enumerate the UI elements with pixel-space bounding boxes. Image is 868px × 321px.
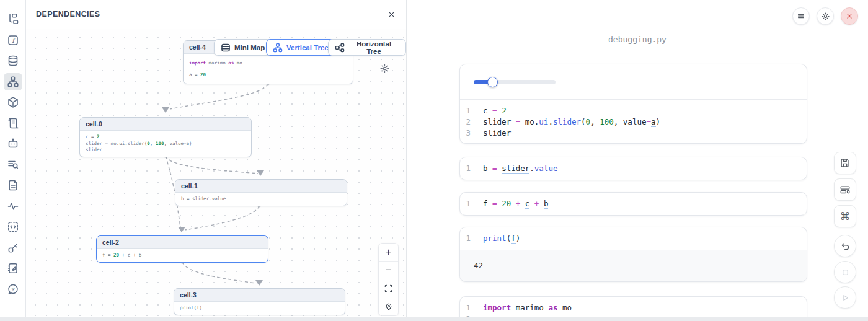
graph-node-cell-1[interactable]: cell-1b = slider.value xyxy=(175,179,347,206)
graph-node-code: print(f) xyxy=(174,302,345,315)
dependency-graph-canvas[interactable]: cell-4import marimo as moa = 20cell-0c =… xyxy=(26,29,406,316)
code-block-icon xyxy=(7,221,19,233)
x-icon xyxy=(387,10,396,19)
sidebar-item-help[interactable]: ? xyxy=(4,281,22,298)
code-editor[interactable]: 1f = 20 + c + b xyxy=(460,193,807,215)
sidebar-item-datasets[interactable] xyxy=(4,52,22,69)
mini-map-button[interactable]: Mini Map xyxy=(214,39,272,56)
graph-node-title: cell-0 xyxy=(80,118,251,131)
sidebar-item-chat[interactable] xyxy=(4,135,22,152)
helper-panel-sidebar: f ? xyxy=(0,0,26,321)
graph-node-title: cell-1 xyxy=(175,180,347,193)
sidebar-item-variables[interactable]: f xyxy=(4,32,22,49)
activity-icon xyxy=(7,200,19,213)
scroll-icon xyxy=(7,117,19,130)
menu-button[interactable] xyxy=(792,7,810,25)
sidebar-item-explorer[interactable] xyxy=(4,11,22,28)
notebook-editor: debugging.py 1c = 22slider = mo.ui.slide… xyxy=(407,0,868,321)
graph-node-code: b = slider.value xyxy=(175,193,347,206)
center-view-button[interactable] xyxy=(379,297,398,315)
rows-icon xyxy=(221,43,231,53)
horizontal-tree-button[interactable]: Horizontal Tree xyxy=(328,39,406,56)
zoom-out-button[interactable]: − xyxy=(379,262,398,279)
command-icon: ⌘ xyxy=(840,210,851,222)
package-cube-icon xyxy=(7,96,19,108)
graph-node-code: f = 20 + c + b xyxy=(97,249,268,262)
code-editor[interactable]: 1b = slider.value xyxy=(460,157,807,180)
undo-button[interactable] xyxy=(834,235,856,257)
sidebar-item-packages[interactable] xyxy=(4,94,22,111)
stop-button[interactable] xyxy=(834,261,856,283)
code-cell: 1f = 20 + c + b xyxy=(459,192,807,216)
code-editor[interactable]: 1c = 22slider = mo.ui.slider(0, 100, val… xyxy=(460,100,807,144)
sidebar-item-tracing[interactable] xyxy=(4,198,22,215)
cell-output-slider xyxy=(460,64,807,100)
sidebar-item-snippets[interactable] xyxy=(4,218,22,235)
close-icon xyxy=(845,12,854,20)
slider-thumb[interactable] xyxy=(487,77,498,87)
menu-icon xyxy=(796,11,806,21)
map-pin-icon xyxy=(384,302,393,311)
key-icon xyxy=(7,242,19,254)
graph-zoom-controls: + − xyxy=(378,243,399,316)
sidebar-item-files[interactable] xyxy=(4,177,22,194)
slider-track[interactable] xyxy=(474,80,556,84)
document-icon xyxy=(7,179,19,191)
graph-node-cell-0[interactable]: cell-0c = 2slider = mo.ui.slider(0, 100,… xyxy=(79,117,252,157)
help-bubble-icon: ? xyxy=(7,283,19,296)
code-editor[interactable]: 1print(f) xyxy=(460,227,807,250)
graph-node-cell-3[interactable]: cell-3print(f) xyxy=(174,288,345,315)
layout-icon xyxy=(839,184,851,195)
fit-view-button[interactable] xyxy=(379,279,398,297)
horizontal-tree-icon xyxy=(335,43,345,53)
notepad-icon xyxy=(7,262,19,275)
cell-output: 42 xyxy=(460,250,807,281)
graph-node-code: c = 2slider = mo.ui.slider(0, 100, value… xyxy=(80,131,251,157)
svg-text:f: f xyxy=(12,37,16,43)
save-icon xyxy=(839,157,851,169)
graph-node-title: cell-3 xyxy=(174,289,345,302)
sidebar-item-logs[interactable] xyxy=(4,156,22,174)
horizontal-scrollbar[interactable] xyxy=(0,317,868,321)
code-cell: 1b = slider.value xyxy=(459,157,807,180)
code-cell: 1c = 22slider = mo.ui.slider(0, 100, val… xyxy=(459,64,807,144)
panel-title: DEPENDENCIES xyxy=(36,10,100,19)
vertical-tree-button[interactable]: Vertical Tree xyxy=(266,39,335,56)
gear-icon xyxy=(379,63,396,74)
notebook-filename: debugging.py xyxy=(407,35,868,44)
marimo-app: f ? DEPENDENCIES xyxy=(0,0,868,321)
graph-settings-button[interactable] xyxy=(379,60,396,76)
dependencies-panel-header: DEPENDENCIES xyxy=(26,0,406,29)
stop-icon xyxy=(840,267,851,278)
panel-close-button[interactable] xyxy=(387,10,396,19)
file-tree-icon xyxy=(7,13,19,25)
bot-chat-icon xyxy=(7,138,19,150)
shutdown-button[interactable] xyxy=(841,7,858,25)
slider-widget[interactable] xyxy=(474,80,556,84)
zoom-in-button[interactable]: + xyxy=(379,244,398,262)
sidebar-item-secrets[interactable] xyxy=(4,239,22,257)
org-chart-icon xyxy=(7,76,19,88)
graph-node-cell-2[interactable]: cell-2f = 20 + c + b xyxy=(96,235,268,263)
vertical-tree-icon xyxy=(273,43,283,53)
database-icon xyxy=(7,55,19,67)
function-square-icon: f xyxy=(7,34,19,46)
graph-node-code: import marimo as moa = 20 xyxy=(184,54,353,84)
svg-text:?: ? xyxy=(11,286,14,292)
layout-button[interactable] xyxy=(834,178,856,201)
graph-node-title: cell-2 xyxy=(97,236,268,249)
sidebar-item-scratchpad[interactable] xyxy=(4,260,22,277)
undo-icon xyxy=(840,241,851,252)
sidebar-item-documentation[interactable] xyxy=(4,115,22,132)
gear-icon xyxy=(821,12,830,21)
code-cell: 1print(f) 42 xyxy=(459,227,807,282)
settings-button[interactable] xyxy=(817,7,834,25)
sidebar-item-dependencies[interactable] xyxy=(4,73,22,90)
play-icon xyxy=(840,292,851,303)
save-button[interactable] xyxy=(834,152,856,174)
run-button[interactable] xyxy=(834,286,856,309)
dependencies-panel: DEPENDENCIES xyxy=(26,0,407,321)
list-search-icon xyxy=(7,159,19,171)
command-palette-button[interactable]: ⌘ xyxy=(834,205,856,227)
fit-view-icon xyxy=(384,284,393,293)
